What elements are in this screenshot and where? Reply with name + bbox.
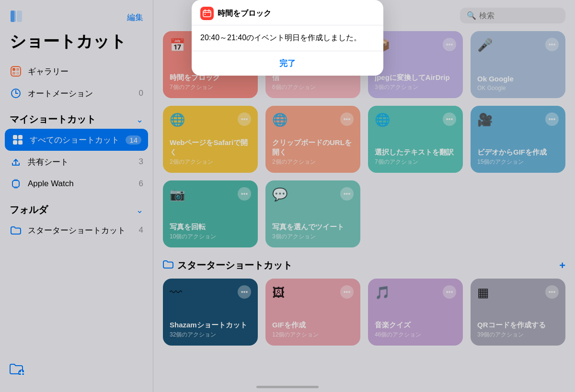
modal-title: 時間をブロック: [218, 9, 271, 19]
home-indicator: [256, 386, 319, 388]
svg-rect-24: [205, 14, 206, 15]
modal-header: 時間をブロック: [192, 0, 383, 25]
modal-footer: 完了: [192, 51, 383, 76]
modal-card: 時間をブロック 20:40～21:40のイベント明日を作成しました。 完了: [192, 0, 383, 76]
svg-rect-20: [203, 11, 211, 17]
modal-done-button[interactable]: 完了: [192, 51, 383, 76]
modal-header-icon: [200, 7, 214, 20]
modal-overlay[interactable]: 時間をブロック 20:40～21:40のイベント明日を作成しました。 完了: [0, 0, 575, 392]
modal-body: 20:40～21:40のイベント明日を作成しました。: [192, 25, 383, 51]
